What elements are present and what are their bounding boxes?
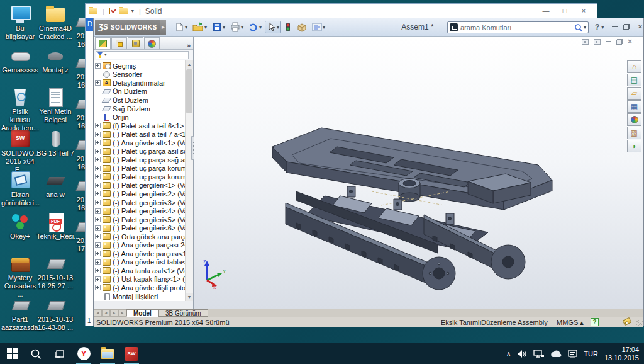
tree-item[interactable]: Üst Düzlem [95, 96, 185, 105]
desktop-icon[interactable]: Ekran görüntüleri... [1, 170, 39, 212]
app-minimize-button[interactable] [612, 26, 618, 27]
expand-icon[interactable] [95, 174, 101, 179]
view3d-tab[interactable]: 3B Görünüm [158, 309, 208, 317]
tree-item[interactable]: (-) Palet gergileri<2> (Va [95, 190, 185, 198]
task-view-button[interactable] [48, 343, 72, 364]
expand-icon[interactable] [95, 149, 101, 154]
status-help-icon[interactable]: ? [591, 318, 599, 326]
expand-icon[interactable] [95, 217, 101, 222]
tree-vertical-scrollbar[interactable]: ▲ ▼ [185, 60, 193, 301]
desktop-icon[interactable]: SW SOLIDWO... 2015 x64 E... [1, 128, 39, 170]
tree-item[interactable]: (-) Ana gövde dişli protot [95, 283, 185, 292]
dropdown-icon[interactable]: ▾ [185, 25, 187, 30]
taskpane-icon[interactable]: ◗ [627, 140, 641, 152]
language-indicator[interactable]: TUR [584, 350, 598, 358]
doc-close-button[interactable]: × [628, 38, 632, 45]
properties-check-icon[interactable] [109, 8, 116, 14]
tree-item[interactable]: (-) Ana gövde üst tabla< [95, 258, 185, 267]
tree-item[interactable]: Geçmiş [95, 62, 185, 71]
tree-item[interactable]: Ön Düzlem [95, 88, 185, 96]
options-button[interactable]: ▾ [310, 21, 327, 33]
tab-nav-first-button[interactable]: ◄ [94, 309, 102, 317]
tree-item[interactable]: (-) Palet uç parça koruma [95, 164, 185, 173]
help-dropdown-icon[interactable]: ▾ [601, 25, 604, 30]
expand-icon[interactable] [95, 123, 101, 128]
units-selector[interactable]: MMGS ▴ [557, 319, 584, 327]
select-tool-button[interactable]: ▾ [265, 21, 281, 33]
print-button[interactable]: ▾ [228, 21, 245, 33]
dropdown-icon[interactable]: ▾ [259, 25, 262, 30]
tree-item[interactable]: (-) Palet uç parça sağ asıl [95, 156, 185, 164]
tree-item[interactable]: (-) Palet asıl a teil 7 a<1> [95, 130, 185, 139]
app-restore-button[interactable] [623, 24, 630, 30]
desktop-icon[interactable]: Bu bilgisayar [1, 4, 39, 45]
taskbar-search-button[interactable] [24, 343, 48, 364]
doc-pane-left-icon[interactable] [582, 39, 589, 45]
tree-item[interactable]: (-) Palet gergileri<3> (Va [95, 198, 185, 207]
yandex-browser-taskbar-icon[interactable]: Y [72, 343, 96, 364]
dropdown-icon[interactable]: ▾ [223, 25, 225, 30]
tree-item[interactable]: Sağ Düzlem [95, 105, 185, 113]
tab-nav-next-button[interactable]: ► [110, 309, 118, 317]
explorer-close-button[interactable]: × [574, 4, 593, 18]
undo-button[interactable]: ▾ [247, 21, 264, 33]
tree-item[interactable]: (-) Ana gövde alt<1> (Va [95, 139, 185, 147]
taskpane-icon[interactable]: ⌂ [627, 60, 641, 73]
taskpane-icon[interactable]: ▧ [627, 127, 641, 139]
expand-icon[interactable] [95, 183, 101, 188]
new-folder-icon[interactable] [119, 8, 128, 14]
desktop-icon[interactable]: 2015-10-13 16-25-27 ... [36, 253, 74, 295]
filter-dropdown-icon[interactable]: ▾ [104, 52, 107, 57]
taskpane-icon[interactable]: ▤ [627, 74, 641, 86]
tree-item[interactable]: (-) Palet gergileri<1> (Va [95, 181, 185, 190]
tree-item[interactable]: (-) Palet gergileri<6> (Va [95, 224, 185, 232]
tab-nav-last-button[interactable]: ► [118, 309, 126, 317]
tree-filter-input[interactable]: ▾ [96, 51, 189, 59]
rebuild-button[interactable] [282, 21, 294, 33]
magnifier-icon[interactable] [574, 23, 583, 32]
expand-icon[interactable] [95, 191, 101, 196]
expand-icon[interactable] [95, 140, 101, 145]
solidworks-taskbar-icon[interactable]: SW [119, 343, 143, 364]
desktop-icon[interactable]: Gemasssss [1, 45, 39, 87]
dropdown-icon[interactable]: ▾ [204, 25, 207, 30]
panel-tabs-overflow-button[interactable]: » [187, 42, 191, 49]
scroll-down-icon[interactable]: ▼ [186, 293, 193, 301]
tree-item[interactable]: (-) Ana gövde parçası 2< [95, 241, 185, 249]
featuremanager-tab[interactable] [95, 37, 111, 49]
doc-pane-right-icon[interactable] [594, 39, 601, 45]
expand-icon[interactable] [95, 225, 101, 231]
expand-icon[interactable] [95, 259, 101, 265]
file-explorer-taskbar-icon[interactable] [96, 343, 119, 364]
expand-icon[interactable] [95, 251, 101, 256]
desktop-icon[interactable]: Okey+ [1, 212, 39, 253]
file-properties-button[interactable] [295, 21, 309, 33]
dropdown-icon[interactable]: ▾ [323, 25, 325, 30]
tree-item[interactable]: (-) Ana gövde parçası<1> [95, 249, 185, 258]
desktop-icon[interactable]: Mystery Crusaders ... [1, 253, 39, 295]
app-close-button[interactable]: × [635, 23, 644, 30]
tree-item[interactable]: Montaj İlişkileri [95, 292, 185, 301]
dropdown-icon[interactable]: ▾ [241, 25, 243, 30]
expand-icon[interactable] [95, 208, 101, 214]
desktop-icon[interactable]: Pislik kutusu Arada tem... [1, 87, 39, 128]
tray-chevron-icon[interactable]: ∧ [506, 350, 511, 357]
tree-item[interactable]: Sensörler [95, 71, 185, 79]
graphics-area[interactable]: × ⌂ ▤ ▱ ▦ ▧ ◗ [194, 37, 643, 309]
taskpane-icon[interactable]: ▱ [627, 87, 641, 100]
help-button[interactable]: ? ▾ [595, 23, 604, 31]
menu-expand-arrow[interactable]: ► [160, 20, 166, 35]
network-icon[interactable] [533, 350, 544, 358]
explorer-maximize-button[interactable]: □ [555, 4, 574, 18]
tree-item[interactable]: Detaylandırmalar [95, 79, 185, 88]
tree-item[interactable]: (-) Palet gergileri<4> (Va [95, 207, 185, 215]
desktop-icon[interactable]: Part1 aazsazasda... [1, 295, 39, 336]
tree-item[interactable]: (-) Üst kapak flanş<1> (V [95, 275, 185, 284]
onedrive-cloud-icon[interactable] [550, 350, 562, 358]
tree-item[interactable]: (-) Palet gergileri<5> (Va [95, 215, 185, 224]
dropdown-icon[interactable]: ▾ [277, 25, 279, 30]
start-button[interactable] [0, 343, 24, 364]
search-dropdown-icon[interactable]: ▾ [584, 25, 586, 30]
doc-minimize-button[interactable] [606, 41, 611, 42]
expand-icon[interactable] [95, 268, 101, 273]
